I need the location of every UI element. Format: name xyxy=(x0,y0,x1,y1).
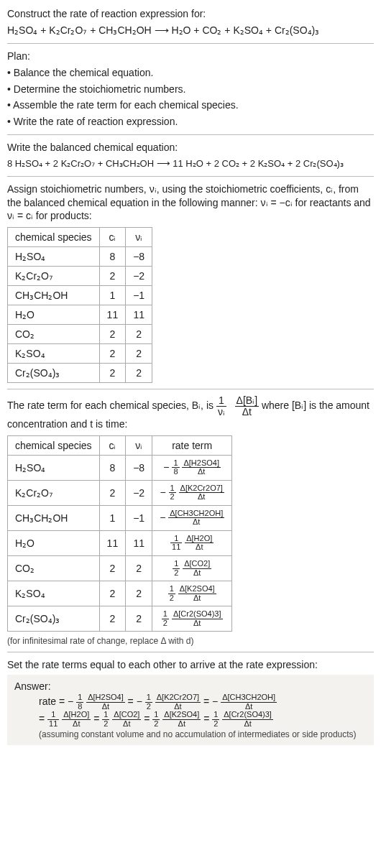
frac-den: 2 xyxy=(145,703,152,711)
fraction: Δ[CH3CH2OH]Δt xyxy=(168,509,224,527)
equals: = xyxy=(93,713,102,724)
balanced-equation: 8 H₂SO₄ + 2 K₂Cr₂O₇ + CH₃CH₂OH ⟶ 11 H₂O … xyxy=(7,157,374,170)
frac-num: 1 xyxy=(168,585,175,594)
frac-den: 2 xyxy=(173,569,180,578)
cell-ci: 8 xyxy=(99,455,126,480)
table-row: chemical species cᵢ νᵢ xyxy=(8,228,152,247)
fraction: 1 νᵢ xyxy=(216,395,226,417)
frac-num: Δ[K2SO4] xyxy=(162,711,201,720)
fraction: 12 xyxy=(212,711,219,728)
cell-vi: 2 xyxy=(126,555,152,581)
cell-species: K₂Cr₂O₇ xyxy=(8,267,100,286)
plan-header: Plan: xyxy=(7,50,374,63)
cell-vi: −8 xyxy=(126,455,152,480)
fraction: Δ[H2SO4]Δt xyxy=(86,693,125,711)
fraction: 12 xyxy=(162,610,169,627)
answer-line-2: = 111 Δ[H2O]Δt = 12 Δ[CO2]Δt = 12 Δ[K2SO… xyxy=(14,711,367,728)
cell-ci: 8 xyxy=(99,247,126,267)
cell-species: CO₂ xyxy=(8,555,100,581)
cell-ci: 1 xyxy=(99,505,126,530)
col-header-species: chemical species xyxy=(8,435,100,455)
cell-species: K₂SO₄ xyxy=(8,581,100,606)
cell-ci: 2 xyxy=(99,267,126,286)
fraction: 12 xyxy=(152,711,160,728)
table-row: chemical species cᵢ νᵢ rate term xyxy=(8,435,232,455)
frac-den: Δt xyxy=(222,720,273,729)
frac-den: 2 xyxy=(152,720,160,729)
frac-den: Δt xyxy=(172,619,223,628)
divider xyxy=(7,389,374,389)
sign: − xyxy=(163,461,169,472)
cell-rate-term: 111 Δ[H2O]Δt xyxy=(152,530,232,555)
table-row: Cr₂(SO₄)₃ 2 2 xyxy=(8,364,152,383)
col-header-ci: cᵢ xyxy=(99,435,126,455)
cell-rate-term: − 18 Δ[H2SO4]Δt xyxy=(152,455,232,480)
table-row: K₂SO₄ 2 2 xyxy=(8,344,152,364)
col-header-vi: νᵢ xyxy=(126,435,152,455)
frac-num: 1 xyxy=(47,711,59,720)
frac-den: Δt xyxy=(178,594,216,603)
frac-num: Δ[Bᵢ] xyxy=(235,395,259,407)
frac-den: Δt xyxy=(162,720,201,729)
cell-ci: 1 xyxy=(99,286,126,305)
fraction: 12 xyxy=(102,711,109,728)
cell-vi: 11 xyxy=(126,305,152,325)
frac-den: 2 xyxy=(169,493,176,502)
col-header-species: chemical species xyxy=(8,228,100,247)
frac-num: Δ[Cr2(SO4)3] xyxy=(222,711,273,720)
cell-vi: −1 xyxy=(126,286,152,305)
cell-species: Cr₂(SO₄)₃ xyxy=(8,364,100,383)
cell-vi: −1 xyxy=(126,505,152,530)
cell-species: CO₂ xyxy=(8,325,100,344)
fraction: 18 xyxy=(172,459,179,476)
answer-footnote: (assuming constant volume and no accumul… xyxy=(14,729,367,739)
frac-den: Δt xyxy=(112,720,141,729)
frac-den: Δt xyxy=(182,468,221,476)
fraction: 18 xyxy=(76,693,83,711)
cell-ci: 2 xyxy=(99,581,126,606)
frac-num: Δ[Cr2(SO4)3] xyxy=(172,610,223,619)
frac-den: νᵢ xyxy=(216,407,226,417)
table-row: H₂SO₄ 8 −8 xyxy=(8,247,152,267)
frac-num: Δ[K2SO4] xyxy=(178,585,216,594)
table-row: CO₂ 2 2 12 Δ[CO2]Δt xyxy=(8,555,232,581)
equals: = xyxy=(144,713,152,724)
cell-vi: 2 xyxy=(126,364,152,383)
frac-den: 8 xyxy=(172,468,179,476)
intro-title: Construct the rate of reaction expressio… xyxy=(7,7,374,21)
cell-vi: 11 xyxy=(126,530,152,555)
fraction: Δ[CO2]Δt xyxy=(183,560,211,577)
fraction: 12 xyxy=(169,484,176,502)
cell-species: K₂Cr₂O₇ xyxy=(8,480,100,505)
cell-species: H₂SO₄ xyxy=(8,455,100,480)
equals: = − xyxy=(128,696,142,707)
fraction: Δ[H2SO4]Δt xyxy=(182,459,221,476)
cell-rate-term: − Δ[CH3CH2OH]Δt xyxy=(152,505,232,530)
assign-text: Assign stoichiometric numbers, νᵢ, using… xyxy=(7,183,374,223)
fraction: Δ[CH3CH2OH]Δt xyxy=(221,693,277,711)
rate-term-text: The rate term for each chemical species,… xyxy=(7,395,374,430)
divider xyxy=(7,652,374,652)
cell-ci: 2 xyxy=(99,364,126,383)
rate-term-table: chemical species cᵢ νᵢ rate term H₂SO₄ 8… xyxy=(7,435,232,632)
cell-species: H₂O xyxy=(8,530,100,555)
cell-ci: 2 xyxy=(99,325,126,344)
frac-den: Δt xyxy=(185,543,214,552)
equals-lead: = xyxy=(39,713,47,724)
cell-ci: 2 xyxy=(99,480,126,505)
frac-num: Δ[H2O] xyxy=(62,711,91,720)
table-row: H₂O 11 11 xyxy=(8,305,152,325)
cell-vi: 2 xyxy=(126,606,152,632)
frac-num: Δ[H2SO4] xyxy=(86,693,125,703)
table-row: CO₂ 2 2 xyxy=(8,325,152,344)
table-row: CH₃CH₂OH 1 −1 − Δ[CH3CH2OH]Δt xyxy=(8,505,232,530)
cell-species: K₂SO₄ xyxy=(8,344,100,364)
cell-species: Cr₂(SO₄)₃ xyxy=(8,606,100,632)
cell-rate-term: − 12 Δ[K2Cr2O7]Δt xyxy=(152,480,232,505)
frac-num: Δ[CO2] xyxy=(112,711,141,720)
divider xyxy=(7,176,374,177)
frac-den: 11 xyxy=(47,720,59,729)
col-header-ci: cᵢ xyxy=(99,228,126,247)
cell-species: CH₃CH₂OH xyxy=(8,505,100,530)
plan-bullet-3: • Assemble the rate term for each chemic… xyxy=(7,98,374,112)
